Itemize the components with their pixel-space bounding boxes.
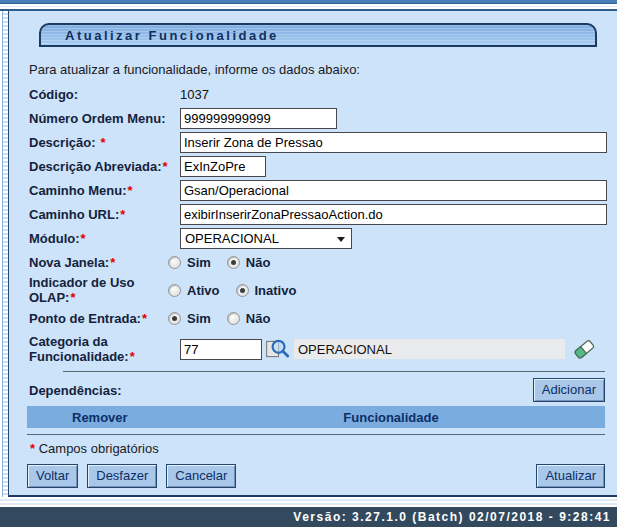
descricao-abreviada-input[interactable] (180, 156, 266, 177)
cancelar-button[interactable]: Cancelar (166, 464, 236, 488)
divider (63, 371, 605, 372)
field-row-caminho-menu: Caminho Menu:* (29, 179, 609, 201)
modulo-select[interactable]: OPERACIONAL (180, 228, 352, 249)
caminho-url-input[interactable] (180, 204, 607, 225)
field-row-numero-ordem-menu: Número Ordem Menu: (29, 107, 609, 129)
field-row-ponto-entrada: Ponto de Entrada:* Sim Não (29, 307, 609, 329)
desfazer-button[interactable]: Desfazer (87, 464, 157, 488)
column-header-remover: Remover (27, 410, 177, 425)
field-row-nova-janela: Nova Janela:* Sim Não (29, 251, 609, 273)
chevron-down-icon (337, 237, 345, 242)
ponto-entrada-option-nao: Não (246, 311, 271, 326)
required-asterisk: * (110, 255, 115, 270)
modulo-selected-value: OPERACIONAL (185, 231, 279, 246)
search-button[interactable] (265, 337, 291, 361)
required-asterisk: * (128, 183, 133, 198)
dependencias-label: Dependências: (29, 383, 533, 398)
categoria-label: Categoria da Funcionalidade:* (29, 334, 180, 364)
atualizar-button[interactable]: Atualizar (536, 464, 605, 488)
nova-janela-option-sim: Sim (187, 255, 211, 270)
field-row-indicador-olap: Indicador de Uso OLAP:* Ativo Inativo (29, 275, 609, 305)
field-row-caminho-url: Caminho URL:* (29, 203, 609, 225)
required-fields-note: * Campos obrigatórios (29, 441, 609, 456)
dependencias-table-header: Remover Funcionalidade (27, 406, 605, 428)
nova-janela-option-nao: Não (246, 255, 271, 270)
indicador-olap-label: Indicador de Uso OLAP:* (29, 275, 180, 305)
column-header-funcionalidade: Funcionalidade (177, 410, 605, 425)
nova-janela-label: Nova Janela:* (29, 255, 180, 270)
nova-janela-radio-nao[interactable] (227, 256, 240, 269)
required-asterisk: * (100, 135, 105, 150)
field-row-descricao-abreviada: Descrição Abreviada:* (29, 155, 609, 177)
version-text: Versão: 3.27.1.0 (Batch) 02/07/2018 - 9:… (293, 510, 617, 524)
ponto-entrada-label: Ponto de Entrada:* (29, 311, 180, 326)
indicador-olap-option-ativo: Ativo (187, 283, 220, 298)
action-buttons-row: Voltar Desfazer Cancelar Atualizar (27, 464, 605, 488)
required-asterisk: * (120, 207, 125, 222)
nova-janela-radio-sim[interactable] (168, 256, 181, 269)
field-row-descricao: Descrição:* (29, 131, 609, 153)
clear-button[interactable] (573, 338, 595, 360)
numero-ordem-menu-label: Número Ordem Menu: (29, 111, 180, 126)
categoria-code-input[interactable] (180, 339, 262, 360)
required-asterisk: * (30, 441, 35, 456)
page-title: Atualizar Funcionalidade (41, 28, 279, 43)
descricao-label: Descrição:* (29, 135, 180, 150)
ponto-entrada-radio-sim[interactable] (168, 312, 181, 325)
required-asterisk: * (162, 159, 167, 174)
eraser-icon (573, 338, 595, 360)
codigo-label: Código: (29, 87, 180, 102)
descricao-abreviada-label: Descrição Abreviada:* (29, 159, 180, 174)
adicionar-button[interactable]: Adicionar (533, 378, 605, 402)
ponto-entrada-radio-group: Sim Não (168, 311, 286, 326)
ponto-entrada-option-sim: Sim (187, 311, 211, 326)
page: Atualizar Funcionalidade Para atualizar … (0, 11, 617, 497)
field-row-categoria: Categoria da Funcionalidade:* OPERACIONA… (29, 334, 609, 364)
required-asterisk: * (81, 231, 86, 246)
intro-text: Para atualizar a funcionalidade, informe… (29, 62, 609, 77)
indicador-olap-option-inativo: Inativo (255, 283, 297, 298)
caminho-menu-input[interactable] (180, 180, 607, 201)
indicador-olap-radio-ativo[interactable] (168, 284, 181, 297)
modulo-label: Módulo:* (29, 231, 180, 246)
version-status-bar: Versão: 3.27.1.0 (Batch) 02/07/2018 - 9:… (0, 507, 617, 527)
nova-janela-radio-group: Sim Não (168, 255, 286, 270)
ponto-entrada-radio-nao[interactable] (227, 312, 240, 325)
indicador-olap-radio-group: Ativo Inativo (168, 283, 312, 298)
categoria-description: OPERACIONAL (294, 339, 565, 359)
divider (27, 434, 605, 435)
search-icon (265, 337, 291, 361)
left-stripe-decoration (2, 11, 9, 497)
voltar-button[interactable]: Voltar (27, 464, 78, 488)
required-asterisk: * (142, 311, 147, 326)
indicador-olap-radio-inativo[interactable] (236, 284, 249, 297)
descricao-input[interactable] (180, 132, 607, 153)
numero-ordem-menu-input[interactable] (180, 108, 337, 129)
page-title-bar: Atualizar Funcionalidade (39, 23, 597, 47)
required-asterisk: * (70, 290, 75, 305)
caminho-menu-label: Caminho Menu:* (29, 183, 180, 198)
field-row-codigo: Código: 1037 (29, 83, 609, 105)
footer-gap (0, 497, 617, 507)
required-asterisk: * (130, 349, 135, 364)
caminho-url-label: Caminho URL:* (29, 207, 180, 222)
dependencias-row: Dependências: Adicionar (29, 378, 605, 402)
content-panel: Atualizar Funcionalidade Para atualizar … (9, 11, 617, 497)
field-row-modulo: Módulo:* OPERACIONAL (29, 227, 609, 249)
codigo-value: 1037 (180, 87, 209, 102)
